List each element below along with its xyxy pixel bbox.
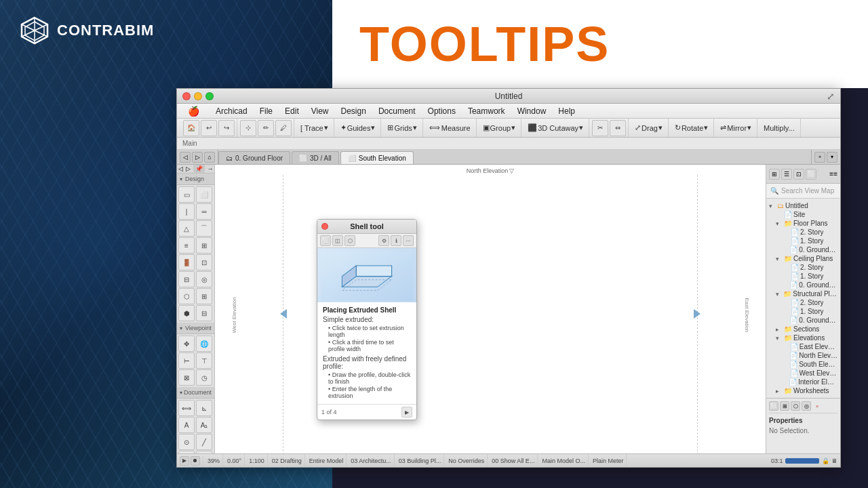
panel-view-icon[interactable]: ⊞ (769, 169, 780, 180)
redo-button[interactable]: ↪ (218, 120, 235, 136)
rotate-button[interactable]: ↻ Rotate ▾ (671, 122, 711, 134)
tree-west-elev[interactable]: 📄 West Elevation (783, 369, 837, 378)
measure-button[interactable]: ⟺ Measure (426, 122, 474, 134)
marker-tool[interactable]: ⊙ (178, 434, 195, 450)
design-menu[interactable]: Design (336, 104, 372, 118)
railing-tool[interactable]: ⊞ (196, 237, 212, 253)
dimension-tool[interactable]: ⟺ (178, 400, 195, 416)
tt-tool-btn-3[interactable]: ⬡ (344, 235, 355, 246)
panel-expand-icon[interactable]: ≡≡ (829, 170, 837, 178)
interior-elev-tool[interactable]: ⊠ (178, 369, 195, 386)
pan-tool[interactable]: ✥ (178, 336, 195, 352)
teamwork-menu[interactable]: Teamwork (462, 104, 511, 118)
tree-floor-1story[interactable]: 📄 1. Story (783, 237, 837, 245)
tree-struct-ground[interactable]: 📄 0. Ground Floor (783, 316, 837, 325)
mirror-button[interactable]: ⇌ Mirror ▾ (717, 122, 755, 134)
window-tool[interactable]: ⊡ (196, 254, 212, 270)
tree-site[interactable]: 📄 Site (776, 210, 837, 219)
toolbar-arrow-button[interactable]: → (208, 165, 214, 172)
design-expand-icon[interactable]: ▾ (180, 176, 185, 182)
panel-grid-icon[interactable]: ⊡ (793, 169, 804, 180)
prop-icon-3[interactable]: ⬡ (791, 401, 800, 411)
multiply-button[interactable]: Multiply... (760, 123, 798, 134)
prop-icon-4[interactable]: ◎ (802, 401, 811, 411)
beam-tool[interactable]: ═ (196, 203, 212, 220)
tab-south-elevation[interactable]: ⬜ South Elevation (340, 151, 414, 164)
tab-prev-button[interactable]: ◁ (180, 152, 191, 163)
toolbar-arrow-right[interactable]: ▷ (186, 165, 191, 172)
expand-icon[interactable]: ⤢ (827, 91, 835, 102)
toolbar-pin-button[interactable]: 📌 (193, 165, 205, 173)
label-tool[interactable]: A₁ (196, 417, 212, 433)
tree-ceiling-plans[interactable]: ▾ 📁 Ceiling Plans (776, 254, 837, 263)
text-tool[interactable]: A (178, 417, 195, 433)
tab-options-button[interactable]: ▾ (827, 152, 837, 163)
bottom-rec-button[interactable]: ⏺ (191, 456, 200, 466)
tree-ceil-2story[interactable]: 📄 2. Story (783, 263, 837, 272)
tree-floor-plans[interactable]: ▾ 📁 Floor Plans (776, 219, 837, 228)
drag-button[interactable]: ⤢ Drag ▾ (631, 122, 666, 134)
tree-root[interactable]: ▾ 🗂 Untitled (769, 201, 837, 210)
window-menu[interactable]: Window (512, 104, 552, 118)
camera-tool[interactable]: ◷ (196, 369, 212, 386)
column-tool[interactable]: | (178, 203, 195, 220)
tree-floor-ground[interactable]: 📄 0. Ground Floor (783, 245, 837, 254)
globe-tool[interactable]: 🌐 (196, 336, 212, 352)
viewpoint-expand-icon[interactable]: ▾ (180, 325, 185, 331)
tree-worksheets[interactable]: ▸ 📁 Worksheets (776, 386, 837, 395)
apple-menu[interactable]: 🍎 (182, 104, 205, 118)
elevation-tool[interactable]: ⊤ (196, 352, 212, 369)
tree-east-elev[interactable]: 📄 East Elevation (783, 342, 837, 351)
options-menu[interactable]: Options (422, 104, 461, 118)
scissors-button[interactable]: ✂ (592, 120, 608, 136)
angle-dim-tool[interactable]: ⊾ (196, 400, 212, 416)
tree-interior-elevs[interactable]: 📄 Interior Elevations (783, 378, 837, 386)
select-button[interactable]: ⊹ (240, 120, 256, 136)
file-menu[interactable]: File (254, 104, 278, 118)
home-button[interactable]: 🏠 (183, 120, 199, 136)
tab-add-button[interactable]: + (814, 152, 825, 163)
document-menu[interactable]: Document (373, 104, 421, 118)
tooltip-next-button[interactable]: ▶ (401, 407, 412, 418)
object-tool[interactable]: ◎ (196, 271, 212, 287)
search-placeholder[interactable]: Search View Map (781, 187, 834, 195)
panel-tile-icon[interactable]: ⬜ (806, 169, 816, 180)
slab-tool[interactable]: ⬜ (196, 186, 212, 203)
prop-close-btn[interactable]: × (812, 401, 822, 411)
tree-south-elev[interactable]: 📄 South Elevation (783, 360, 837, 369)
line-tool[interactable]: ╱ (196, 434, 212, 450)
tree-north-elev[interactable]: 📄 North Elevation (783, 351, 837, 360)
grids-button[interactable]: ⊞ Grids ▾ (384, 122, 420, 134)
morph-tool[interactable]: ⬡ (178, 288, 195, 304)
tree-structural-plans[interactable]: ▾ 📁 Structural Plans (776, 289, 837, 298)
prop-icon-2[interactable]: ⊞ (780, 401, 789, 411)
tt-info-btn[interactable]: ℹ (391, 235, 401, 246)
mesh-tool[interactable]: ⊞ (196, 288, 212, 304)
tree-sections[interactable]: ▸ 📁 Sections (776, 325, 837, 333)
wall-tool[interactable]: ▭ (178, 186, 195, 203)
door-tool[interactable]: 🚪 (178, 254, 195, 270)
trace-button[interactable]: [ Trace ▾ (297, 122, 332, 134)
bottom-play-button[interactable]: ▶ (180, 456, 189, 466)
maximize-button[interactable] (205, 92, 214, 100)
minimize-button[interactable] (194, 92, 202, 100)
tree-struct-2story[interactable]: 📄 2. Story (783, 298, 837, 307)
tooltip-close-button[interactable] (321, 223, 328, 230)
tt-tool-btn-1[interactable]: ⬜ (320, 235, 331, 246)
group-button[interactable]: ▣ Group ▾ (479, 122, 519, 134)
panel-list-icon[interactable]: ☰ (781, 169, 792, 180)
tree-floor-2story[interactable]: 📄 2. Story (783, 228, 837, 237)
undo-button[interactable]: ↩ (201, 120, 217, 136)
section-tool[interactable]: ⊢ (178, 352, 195, 369)
guides-button[interactable]: ✦ Guides ▾ (337, 122, 379, 134)
curtainwall-tool[interactable]: ⊟ (196, 305, 212, 321)
help-menu[interactable]: Help (553, 104, 580, 118)
magic-wand-button[interactable]: ✏ (258, 120, 274, 136)
archicad-menu[interactable]: Archicad (210, 104, 253, 118)
stretch-button[interactable]: ⇔ (610, 120, 626, 136)
tt-tool-btn-2[interactable]: ◫ (332, 235, 343, 246)
close-button[interactable] (182, 92, 191, 100)
tt-settings-btn[interactable]: ⚙ (378, 235, 389, 246)
tab-home-button[interactable]: ⌂ (204, 152, 215, 163)
toolbar-arrow-left[interactable]: ◁ (178, 165, 183, 172)
